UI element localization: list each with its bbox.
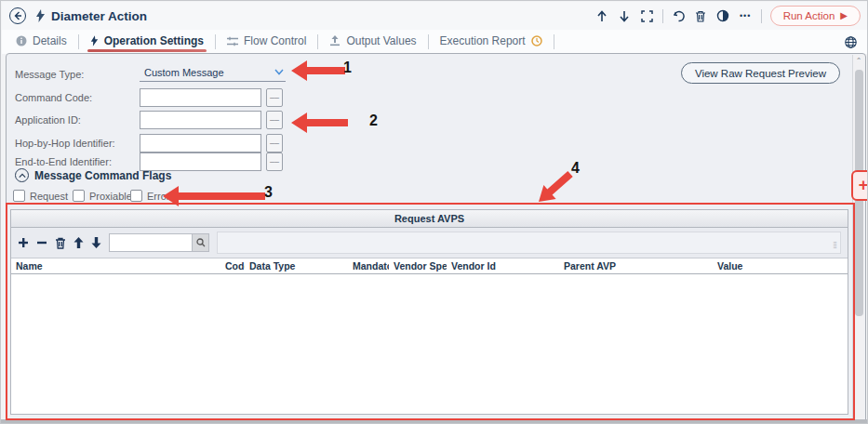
run-action-button[interactable]: Run Action ▶ [770,6,861,26]
clock-icon [531,35,542,46]
end-to-end-browse-button[interactable]: –– [266,152,283,171]
application-id-input[interactable] [140,111,261,129]
checkbox-label: Proxiable [89,191,132,202]
move-row-down-icon[interactable] [91,237,101,248]
more-options-icon[interactable]: ••• [739,9,753,23]
hop-by-hop-input[interactable] [140,134,261,152]
move-up-icon[interactable] [595,9,609,23]
column-header-value[interactable]: Value [713,258,848,273]
checkbox-label: Error [147,191,169,202]
message-type-dropdown[interactable]: Custom Message [140,63,286,82]
tab-execution-report[interactable]: Execution Report [432,31,551,53]
operation-settings-panel: View Raw Request Preview ⌃ Message Type:… [6,53,866,421]
move-down-icon[interactable] [618,9,632,23]
error-checkbox[interactable]: Error [130,190,169,202]
delete-icon[interactable] [694,9,708,23]
column-header-name[interactable]: Name [11,258,220,273]
run-action-label: Run Action [783,10,835,21]
avp-search-input[interactable] [109,233,193,252]
flags-section-title: Message Command Flags [34,169,171,182]
checkbox-box[interactable] [73,190,85,202]
tab-label: Output Values [346,34,416,47]
view-raw-request-preview-button[interactable]: View Raw Request Preview [681,62,840,84]
message-type-value: Custom Message [140,67,224,78]
globe-icon[interactable] [845,36,862,48]
flow-control-icon [227,36,238,46]
window-bottom-edge [1,419,868,423]
tab-operation-settings[interactable]: Operation Settings [82,31,212,53]
page-title: Diameter Action [51,9,147,23]
application-id-label: Application ID: [15,111,81,129]
vertical-scrollbar[interactable]: ⌃ [852,55,864,419]
avp-column-header-row: Name Code Data Type Mandatory Vendor Spe… [11,258,848,274]
request-avps-title: Request AVPS [11,210,848,228]
tab-flow-control[interactable]: Flow Control [219,31,314,53]
request-checkbox[interactable]: Request [13,190,68,202]
bolt-icon [35,9,46,22]
move-row-up-icon[interactable] [73,237,84,248]
tab-output-values[interactable]: Output Values [321,31,424,53]
tab-details[interactable]: Details [7,31,75,53]
command-code-label: Command Code: [15,88,92,107]
column-header-vendor-specific[interactable]: Vendor Specific [389,258,447,273]
play-icon: ▶ [840,11,848,20]
back-icon[interactable] [9,7,26,24]
remove-avp-icon[interactable] [36,237,47,248]
application-id-browse-button[interactable]: –– [266,111,283,129]
column-header-mandatory[interactable]: Mandatory [348,258,389,273]
undo-icon[interactable] [672,9,686,23]
request-avps-table: Request AVPS [10,209,848,415]
column-header-vendor-id[interactable]: Vendor Id [447,258,559,273]
checkbox-box[interactable] [130,190,142,202]
tab-separator [428,34,429,49]
info-icon [16,35,27,46]
tab-separator [78,34,79,49]
chevron-down-icon [274,69,286,75]
resize-grip-icon[interactable]: == [831,242,839,252]
scrollbar-up-arrow[interactable]: ⌃ [853,55,864,67]
tab-label: Execution Report [440,34,526,47]
avp-filter-area: == [217,232,841,254]
checkbox-label: Request [30,191,68,202]
add-panel-tab-button[interactable]: + [851,170,868,201]
message-type-label: Message Type: [15,65,84,84]
message-command-flags-header: Message Command Flags [15,168,171,182]
tab-label: Flow Control [244,34,306,47]
upload-icon [329,35,341,46]
toolbar-separator [662,9,663,23]
toolbar-separator [761,9,762,23]
top-header-bar: Diameter Action ••• Run Action ▶ [2,2,868,30]
avp-table-body[interactable] [11,274,848,414]
toggle-theme-icon[interactable] [716,9,730,23]
tab-separator [317,34,318,49]
avp-toolbar: == [11,228,848,258]
hop-by-hop-browse-button[interactable]: –– [266,134,283,152]
command-code-browse-button[interactable]: –– [266,88,283,107]
fullscreen-icon[interactable] [640,9,654,23]
collapse-section-icon[interactable] [15,168,29,182]
search-icon[interactable] [193,233,209,252]
tab-label: Operation Settings [104,34,204,47]
checkbox-box[interactable] [13,190,25,202]
proxiable-checkbox[interactable]: Proxiable [73,190,132,202]
column-header-data-type[interactable]: Data Type [245,258,348,273]
column-header-parent-avp[interactable]: Parent AVP [559,258,713,273]
bolt-icon [90,35,99,46]
add-avp-icon[interactable] [18,237,29,248]
delete-all-icon[interactable] [55,237,66,249]
command-code-input[interactable] [140,88,261,107]
tab-bar: Details Operation Settings Flow Control … [2,30,868,54]
column-header-code[interactable]: Code [220,258,245,273]
tab-separator [215,34,216,49]
tab-label: Details [33,34,67,47]
hop-by-hop-label: Hop-by-Hop Identifier: [15,134,115,152]
tab-separator [554,34,554,49]
